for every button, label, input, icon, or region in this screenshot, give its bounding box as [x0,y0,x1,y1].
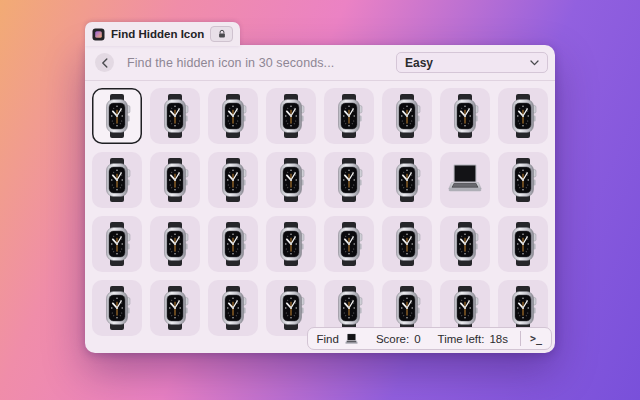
grid-cell-watch[interactable] [382,216,432,272]
watch-icon [213,222,253,266]
difficulty-value: Easy [405,56,433,70]
difficulty-select[interactable]: Easy [396,52,548,73]
watch-icon [155,286,195,330]
grid-cell-watch[interactable] [208,280,258,336]
watch-icon [213,94,253,138]
watch-icon [329,158,369,202]
time-left-value: 18s [489,333,508,345]
watch-icon [445,94,485,138]
watch-icon [329,222,369,266]
lock-icon [217,29,227,39]
watch-icon [271,222,311,266]
grid-cell-laptop[interactable] [440,152,490,208]
watch-icon [213,286,253,330]
window-tab[interactable]: Find Hidden Icon [85,22,240,46]
watch-icon [271,94,311,138]
game-prompt: Find the hidden icon in 30 seconds... [127,56,334,70]
lock-badge[interactable] [210,26,233,42]
watch-icon [97,158,137,202]
grid-cell-watch[interactable] [382,152,432,208]
watch-icon [271,286,311,330]
score-value: 0 [414,333,420,345]
divider [520,331,521,346]
game-window: Find the hidden icon in 30 seconds... Ea… [85,45,555,353]
watch-icon [445,286,485,330]
grid-cell-watch[interactable] [266,88,316,144]
watch-icon [503,286,543,330]
watch-icon [387,286,427,330]
grid-cell-watch[interactable] [92,216,142,272]
watch-icon [503,158,543,202]
tab-title: Find Hidden Icon [111,28,204,40]
watch-icon [97,94,137,138]
grid-cell-watch[interactable] [208,152,258,208]
score-label: Score: [376,333,409,345]
grid-cell-watch[interactable] [266,280,316,336]
grid-cell-watch[interactable] [150,216,200,272]
laptop-icon [445,158,485,202]
back-button[interactable] [95,53,114,72]
laptop-icon [344,332,359,347]
chevron-left-icon [101,58,109,68]
grid-cell-watch[interactable] [440,216,490,272]
time-left-label: Time left: [438,333,485,345]
grid-cell-watch[interactable] [324,88,374,144]
chevron-down-icon [530,60,539,66]
watch-icon [97,222,137,266]
grid-cell-watch[interactable] [208,216,258,272]
watch-icon [97,286,137,330]
watch-icon [387,222,427,266]
grid-cell-watch[interactable] [324,152,374,208]
grid-cell-watch[interactable] [92,88,142,144]
watch-icon [503,94,543,138]
window-header: Find the hidden icon in 30 seconds... Ea… [85,45,555,81]
grid-cell-watch[interactable] [382,88,432,144]
watch-icon [155,222,195,266]
grid-cell-watch[interactable] [498,152,548,208]
watch-icon [503,222,543,266]
watch-icon [155,158,195,202]
status-bar: Find Score: 0 Time left: 18s >_ [307,327,552,350]
watch-icon [155,94,195,138]
grid-cell-watch[interactable] [440,88,490,144]
grid-cell-watch[interactable] [150,152,200,208]
grid-cell-watch[interactable] [150,88,200,144]
watch-icon [329,94,369,138]
watch-icon [329,286,369,330]
terminal-icon[interactable]: >_ [530,333,542,344]
watch-icon [387,94,427,138]
grid-cell-watch[interactable] [266,152,316,208]
grid-cell-watch[interactable] [92,280,142,336]
find-label: Find [317,333,339,345]
watch-icon [213,158,253,202]
watch-icon [387,158,427,202]
grid-cell-watch[interactable] [208,88,258,144]
grid-cell-watch[interactable] [92,152,142,208]
app-favicon-icon [92,28,105,41]
grid-cell-watch[interactable] [266,216,316,272]
grid-cell-watch[interactable] [150,280,200,336]
grid-cell-watch[interactable] [324,216,374,272]
icon-grid [92,88,548,336]
grid-cell-watch[interactable] [498,216,548,272]
watch-icon [271,158,311,202]
grid-cell-watch[interactable] [498,88,548,144]
watch-icon [445,222,485,266]
target-laptop-icon [344,331,359,346]
